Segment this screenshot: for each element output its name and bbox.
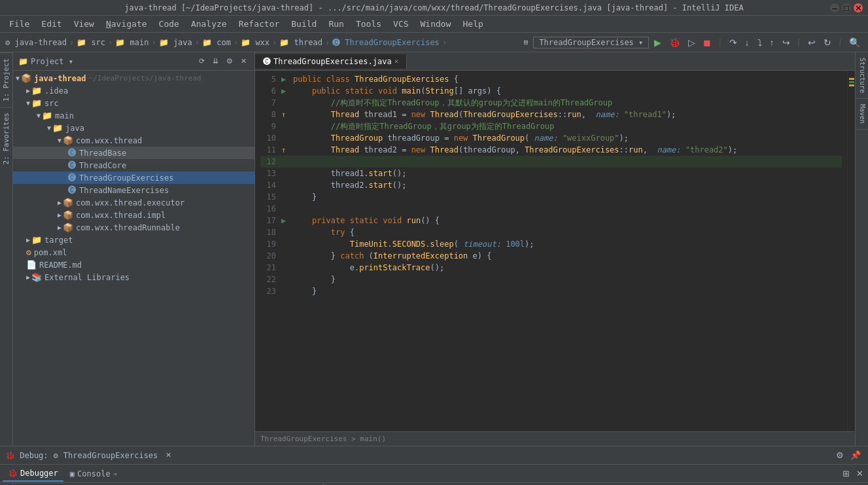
editor-area: 🅒 ThreadGroupExercises.java ✕ 5 ▶ public… (255, 52, 855, 446)
menu-navigate[interactable]: Navigate (101, 18, 152, 30)
pom-label: pom.xml (34, 248, 67, 257)
target-arrow[interactable]: ▶ (26, 236, 30, 243)
stop-button[interactable]: ◼ (701, 36, 714, 49)
menu-run[interactable]: Run (323, 18, 349, 30)
tree-root[interactable]: ▼ 📦 java-thread ~/IdeaProjects/java-thre… (13, 72, 254, 84)
step-out-button[interactable]: ↑ (767, 36, 777, 49)
back-button[interactable]: ↩ (805, 36, 818, 49)
runnable-arrow[interactable]: ▶ (58, 224, 61, 231)
forward-button[interactable]: ↻ (821, 36, 834, 49)
scroll-marker-1 (849, 81, 854, 83)
package-arrow[interactable]: ▼ (58, 137, 61, 144)
right-scrollbar[interactable] (847, 71, 855, 431)
java-arrow[interactable]: ▼ (47, 124, 51, 132)
sidebar-tab-project[interactable]: 1: Project (0, 52, 12, 107)
debug-settings-button[interactable]: ⚙ (834, 450, 846, 461)
hide-panel-button[interactable]: ✕ (238, 56, 249, 67)
tree-src[interactable]: ▼ 📁 src (13, 97, 254, 109)
tree-package[interactable]: ▼ 📦 com.wxx.thread (13, 134, 254, 147)
collapse-all-button[interactable]: ⇊ (210, 56, 221, 67)
menu-refactor[interactable]: Refactor (234, 18, 285, 30)
tree-threadgroupexercises[interactable]: 🅒 ThreadGroupExercises (13, 171, 254, 184)
title-bar: java-thread [~/IdeaProjects/java-thread]… (0, 0, 868, 16)
code-area[interactable]: 5 ▶ public class ThreadGroupExercises { … (255, 71, 847, 431)
restore-layout-button[interactable]: ⊞ (841, 468, 852, 479)
step-over-button[interactable]: ↷ (727, 36, 740, 49)
debug-pin-button[interactable]: 📌 (848, 450, 863, 461)
menu-edit[interactable]: Edit (36, 18, 67, 30)
console-redirect-icon: ⇥ (113, 470, 117, 477)
debug-config-label[interactable]: ThreadGroupExercises (63, 451, 158, 460)
tree-runnable[interactable]: ▶ 📦 com.wxx.threadRunnable (13, 221, 254, 234)
threadnameex-label: ThreadNameExercises (79, 186, 169, 195)
tree-executor[interactable]: ▶ 📦 com.wxx.thread.executor (13, 196, 254, 209)
menu-tools[interactable]: Tools (351, 18, 387, 30)
impl-arrow[interactable]: ▶ (58, 211, 61, 219)
run-config-selector[interactable]: ThreadGroupExercises ▾ (533, 37, 649, 48)
tree-pom[interactable]: ⚙ pom.xml (13, 246, 254, 259)
right-tab-maven[interactable]: Maven (856, 99, 868, 130)
menu-build[interactable]: Build (286, 18, 322, 30)
project-icon: 📁 (18, 57, 28, 66)
tree-external-libs[interactable]: ▶ 📚 External Libraries (13, 271, 254, 283)
breadcrumb-com[interactable]: 📁 com (202, 38, 231, 47)
right-tab-structure[interactable]: Structure (856, 52, 868, 99)
breadcrumb-src[interactable]: 📁 src (77, 38, 105, 47)
breadcrumb-main[interactable]: 📁 main (115, 38, 148, 47)
debug-tab-debugger[interactable]: 🐞 Debugger (3, 466, 63, 482)
tree-threadnameexercises[interactable]: 🅒 ThreadNameExercises (13, 184, 254, 196)
root-arrow[interactable]: ▼ (16, 75, 20, 82)
line-11: 11 ↑ Thread thread2 = new Thread(threadG… (260, 144, 842, 156)
tree-readme[interactable]: 📄 README.md (13, 259, 254, 271)
executor-arrow[interactable]: ▶ (58, 199, 61, 206)
sidebar-tab-favorites[interactable]: 2: Favorites (0, 107, 12, 170)
menu-file[interactable]: File (4, 18, 35, 30)
breadcrumb-wxx[interactable]: 📁 wxx (241, 38, 269, 47)
close-tab-button[interactable]: ✕ (854, 468, 865, 479)
menu-view[interactable]: View (69, 18, 99, 30)
search-button[interactable]: 🔍 (846, 36, 863, 49)
menu-analyze[interactable]: Analyze (186, 18, 232, 30)
menu-vcs[interactable]: VCS (388, 18, 413, 30)
menu-code[interactable]: Code (154, 18, 184, 30)
right-panel: Structure Maven (855, 52, 868, 446)
breadcrumb-java[interactable]: 📁 java (159, 38, 192, 47)
run-with-coverage-button[interactable]: ▷ (686, 36, 698, 49)
tree-java[interactable]: ▼ 📁 java (13, 122, 254, 134)
line-10: 10 ThreadGroup threadGroup = new ThreadG… (260, 132, 842, 144)
maximize-button[interactable]: □ (842, 3, 851, 12)
breadcrumb-class[interactable]: 🅒 ThreadGroupExercises (332, 38, 440, 47)
tree-threadcore[interactable]: 🅒 ThreadCore (13, 159, 254, 171)
breadcrumb-thread[interactable]: 📁 thread (279, 38, 322, 47)
line-14: 14 thread2.start(); (260, 179, 842, 191)
debug-button[interactable]: 🐞 (667, 36, 683, 49)
run-button[interactable]: ▶ (651, 36, 664, 49)
line-9: 9 //构造时指定ThreadGroup，其group为指定的ThreadGro… (260, 120, 842, 132)
src-icon: 📁 (31, 98, 42, 108)
tab-close-button[interactable]: ✕ (394, 57, 399, 65)
idea-arrow[interactable]: ▶ (26, 87, 30, 94)
menu-help[interactable]: Help (458, 18, 489, 30)
main-arrow[interactable]: ▼ (37, 112, 41, 119)
extlibs-arrow[interactable]: ▶ (26, 274, 30, 281)
run-to-cursor-button[interactable]: ↪ (780, 36, 793, 49)
tree-threadbase[interactable]: 🅒 ThreadBase (13, 147, 254, 159)
debug-tab-console[interactable]: ▣ Console ⇥ (65, 467, 122, 481)
sync-button[interactable]: ⟳ (196, 56, 207, 67)
close-button[interactable]: ✕ (854, 3, 863, 12)
main-folder-icon: 📁 (42, 111, 52, 120)
tree-main[interactable]: ▼ 📁 main (13, 109, 254, 122)
breadcrumb-project[interactable]: ⚙ java-thread (5, 38, 67, 47)
menu-window[interactable]: Window (415, 18, 457, 30)
step-into-button[interactable]: ↓ (742, 36, 752, 49)
breadcrumb-bottom-text: ThreadGroupExercises > main() (260, 435, 386, 443)
tree-impl[interactable]: ▶ 📦 com.wxx.thread.impl (13, 209, 254, 221)
tree-idea[interactable]: ▶ 📁 .idea (13, 84, 254, 97)
settings-button[interactable]: ⚙ (224, 56, 235, 67)
debug-close-session[interactable]: ✕ (163, 450, 174, 461)
minimize-button[interactable]: – (830, 3, 839, 12)
editor-tab-main[interactable]: 🅒 ThreadGroupExercises.java ✕ (255, 54, 407, 69)
tree-target[interactable]: ▶ 📁 target (13, 234, 254, 246)
src-arrow[interactable]: ▼ (26, 99, 30, 107)
smart-step-into-button[interactable]: ⤵ (755, 36, 765, 49)
